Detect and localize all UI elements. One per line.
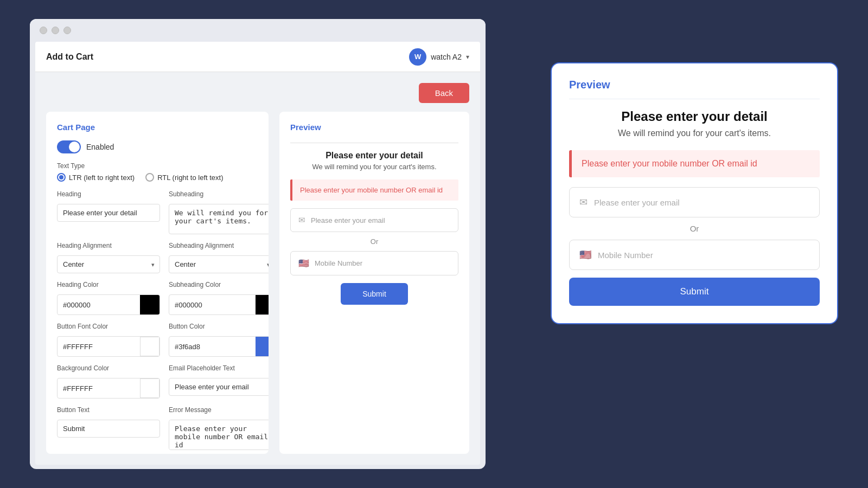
big-email-input[interactable]: ✉ Please enter your email xyxy=(569,187,820,217)
small-or-divider: Or xyxy=(371,237,378,246)
button-color-input[interactable] xyxy=(169,338,256,355)
subheading-label: Subheading xyxy=(169,190,269,198)
back-btn-row: Back xyxy=(46,83,469,103)
ltr-radio[interactable] xyxy=(57,173,66,182)
toggle-row: Enabled xyxy=(57,140,258,153)
error-message-group: Error Message xyxy=(169,406,269,450)
rtl-label: RTL (right to left text) xyxy=(157,174,223,182)
small-phone-input[interactable]: 🇺🇸 Mobile Number xyxy=(290,251,458,275)
error-message-label: Error Message xyxy=(169,406,269,414)
subheading-color-swatch[interactable] xyxy=(256,295,269,314)
preview-content: Please enter your detail We will remind … xyxy=(290,151,458,443)
subheading-alignment-select[interactable]: Center Left Right xyxy=(169,255,269,273)
text-type-label: Text Type xyxy=(57,162,258,170)
background-color-input[interactable] xyxy=(58,380,140,397)
subheading-group: Subheading xyxy=(169,190,269,234)
preview-subheading: We will remind you for your cart's items… xyxy=(312,163,436,171)
user-avatar[interactable]: W xyxy=(409,48,426,66)
browser-dot-1 xyxy=(40,27,47,34)
preview-heading: Please enter your detail xyxy=(326,151,423,160)
toggle-label: Enabled xyxy=(86,143,114,151)
big-phone-input[interactable]: 🇺🇸 Mobile Number xyxy=(569,240,820,270)
big-error-text: Please enter your mobile number OR email… xyxy=(582,159,757,168)
form-grid: Heading Subheading Heading Alignment xyxy=(57,190,258,454)
flag-icon: 🇺🇸 xyxy=(298,258,309,268)
enabled-toggle[interactable] xyxy=(57,140,81,153)
heading-alignment-select[interactable]: Center Left Right xyxy=(57,255,160,273)
rtl-option[interactable]: RTL (right to left text) xyxy=(145,173,223,182)
button-font-color-swatch[interactable] xyxy=(140,337,159,356)
small-error-text: Please enter your mobile number OR email… xyxy=(300,186,443,194)
subheading-alignment-wrapper: Center Left Right ▾ xyxy=(169,255,269,273)
browser-dot-3 xyxy=(63,27,71,34)
subheading-color-input-row xyxy=(169,294,269,315)
big-preview-subheading: We will remind you for your cart's items… xyxy=(569,129,820,138)
button-font-color-label: Button Font Color xyxy=(57,323,160,330)
subheading-alignment-group: Subheading Alignment Center Left Right ▾ xyxy=(169,242,269,273)
background-color-label: Background Color xyxy=(57,364,160,372)
section-divider xyxy=(290,143,458,143)
nav-right: W watch A2 ▾ xyxy=(409,48,469,66)
text-type-radio-group: LTR (left to right text) RTL (right to l… xyxy=(57,173,258,182)
mail-icon: ✉ xyxy=(298,215,305,225)
heading-alignment-group: Heading Alignment Center Left Right ▾ xyxy=(57,242,160,273)
big-flag-icon: 🇺🇸 xyxy=(579,249,591,261)
heading-input[interactable] xyxy=(57,204,160,222)
subheading-alignment-label: Subheading Alignment xyxy=(169,242,269,249)
background-color-input-row xyxy=(57,378,160,399)
error-message-input[interactable] xyxy=(169,420,269,450)
ltr-label: LTR (left to right text) xyxy=(69,174,135,182)
small-phone-placeholder: Mobile Number xyxy=(315,259,362,267)
big-submit-button[interactable]: Submit xyxy=(569,278,820,306)
button-color-label: Button Color xyxy=(169,323,269,330)
big-preview-panel: Preview Please enter your detail We will… xyxy=(551,62,838,324)
heading-color-label: Heading Color xyxy=(57,281,160,288)
browser-titlebar xyxy=(30,19,486,42)
subheading-color-label: Subheading Color xyxy=(169,281,269,288)
heading-color-input[interactable] xyxy=(58,297,140,313)
button-text-group: Button Text xyxy=(57,406,160,450)
email-placeholder-group: Email Placeholder Text xyxy=(169,364,269,399)
button-text-label: Button Text xyxy=(57,406,160,414)
subheading-input[interactable] xyxy=(169,204,269,234)
subheading-color-group: Subheading Color xyxy=(169,281,269,315)
button-font-color-input-row xyxy=(57,336,160,357)
top-nav: Add to Cart W watch A2 ▾ xyxy=(35,42,480,72)
heading-color-input-row xyxy=(57,294,160,315)
button-color-group: Button Color xyxy=(169,323,269,357)
email-placeholder-label: Email Placeholder Text xyxy=(169,364,269,372)
email-placeholder-input[interactable] xyxy=(169,378,269,396)
small-preview-title: Preview xyxy=(290,123,458,132)
cart-panel-title: Cart Page xyxy=(57,123,258,132)
button-font-color-input[interactable] xyxy=(58,338,140,355)
background-color-group: Background Color xyxy=(57,364,160,399)
big-preview-heading: Please enter your detail xyxy=(569,109,820,124)
browser-dot-2 xyxy=(52,27,59,34)
chevron-down-icon[interactable]: ▾ xyxy=(466,53,469,61)
heading-color-group: Heading Color xyxy=(57,281,160,315)
back-button[interactable]: Back xyxy=(419,83,469,103)
button-text-input[interactable] xyxy=(57,420,160,438)
rtl-radio[interactable] xyxy=(145,173,154,182)
big-error-alert: Please enter your mobile number OR email… xyxy=(569,150,820,177)
subheading-color-input[interactable] xyxy=(169,297,256,313)
text-type-row: Text Type LTR (left to right text) RTL (… xyxy=(57,162,258,182)
big-preview-title: Preview xyxy=(569,79,820,99)
main-area: Back Cart Page Enabled Text Type xyxy=(35,72,480,465)
panels-row: Cart Page Enabled Text Type LTR (left to… xyxy=(46,112,469,454)
button-color-swatch[interactable] xyxy=(256,337,269,356)
button-color-input-row xyxy=(169,336,269,357)
small-error-alert: Please enter your mobile number OR email… xyxy=(290,179,458,201)
ltr-option[interactable]: LTR (left to right text) xyxy=(57,173,135,182)
small-email-input[interactable]: ✉ Please enter your email xyxy=(290,208,458,232)
heading-label: Heading xyxy=(57,190,160,198)
big-or-divider: Or xyxy=(569,224,820,233)
heading-group: Heading xyxy=(57,190,160,234)
button-font-color-group: Button Font Color xyxy=(57,323,160,357)
user-name[interactable]: watch A2 xyxy=(431,53,462,61)
background-color-swatch[interactable] xyxy=(140,378,159,398)
heading-color-swatch[interactable] xyxy=(140,295,159,314)
cart-panel: Cart Page Enabled Text Type LTR (left to… xyxy=(46,112,269,454)
big-email-placeholder: Please enter your email xyxy=(594,198,680,207)
small-submit-button[interactable]: Submit xyxy=(341,283,408,305)
